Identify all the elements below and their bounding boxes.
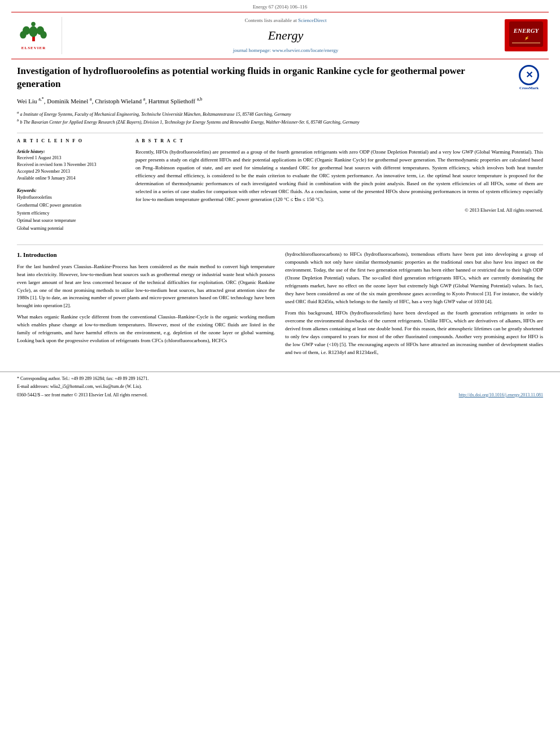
- svg-point-6: [31, 21, 36, 26]
- energy-logo-box: ENERGY ⚡: [505, 19, 548, 51]
- body-left-col: 1. Introduction For the last hundred yea…: [17, 251, 275, 360]
- body-content: 1. Introduction For the last hundred yea…: [17, 251, 543, 360]
- sciencedirect-link[interactable]: ScienceDirect: [298, 18, 326, 23]
- svg-point-5: [40, 31, 46, 38]
- article-history-block: Article history: Received 1 August 2013 …: [17, 148, 124, 182]
- homepage-link[interactable]: journal homepage: www.elsevier.com/locat…: [233, 47, 339, 53]
- sciencedirect-line: Contents lists available at ScienceDirec…: [68, 17, 504, 24]
- contents-label: Contents lists available at: [245, 18, 297, 23]
- keyword-3: System efficiency: [17, 209, 124, 217]
- received-revised-label: Received in revised form 3 November 2013: [17, 161, 124, 168]
- right-para-2: From this background, HFOs (hydrofluoroo…: [285, 309, 543, 357]
- page: Energy 67 (2014) 106–116 ELSEVIER: [0, 0, 560, 747]
- accepted-date: Accepted 29 November 2013: [17, 168, 124, 175]
- journal-center: Contents lists available at ScienceDirec…: [68, 17, 504, 54]
- section1-title: 1. Introduction: [17, 251, 275, 259]
- body-left-text: For the last hundred years Clausius–Rank…: [17, 263, 275, 345]
- divider-2: [17, 244, 543, 245]
- doi-link[interactable]: http://dx.doi.org/10.1016/j.energy.2013.…: [459, 392, 543, 398]
- keyword-1: Hydrofluoroolefins: [17, 194, 124, 202]
- copyright: © 2013 Elsevier Ltd. All rights reserved…: [135, 207, 543, 214]
- journal-header: ELSEVIER Contents lists available at Sci…: [11, 12, 549, 59]
- journal-name: Energy: [68, 27, 504, 45]
- authors-line: Wei Liu a,*, Dominik Meinel a, Christoph…: [17, 96, 543, 106]
- crossmark-badge: ✕ CrossMark: [515, 65, 543, 91]
- available-date: Available online 9 January 2014: [17, 175, 124, 182]
- body-right-text: (hydrochlorofluorocarbons) to HFCs (hydr…: [285, 251, 543, 356]
- svg-rect-7: [32, 26, 35, 30]
- keyword-2: Geothermal ORC power generation: [17, 202, 124, 209]
- intro-para-1: For the last hundred years Clausius–Rank…: [17, 263, 275, 311]
- issn-bar: 0360-5442/$ – see front matter © 2013 El…: [17, 392, 543, 398]
- crossmark-label: CrossMark: [515, 86, 543, 91]
- keyword-5: Global warming potential: [17, 225, 124, 233]
- article-info-header: A R T I C L E I N F O: [17, 138, 124, 144]
- crossmark-icon: ✕: [526, 69, 533, 81]
- journal-homepage: journal homepage: www.elsevier.com/locat…: [68, 47, 504, 54]
- crossmark-circle: ✕: [519, 65, 539, 85]
- article-reference: Energy 67 (2014) 106–116: [253, 4, 308, 10]
- email-footnote: E-mail addresses: wliu2_i5@hotmail.com, …: [17, 383, 543, 390]
- main-content: Investigation of hydrofluoroolefins as p…: [0, 59, 560, 366]
- energy-logo: ENERGY ⚡: [504, 17, 549, 54]
- elsevier-logo: ELSEVIER: [11, 17, 62, 54]
- article-title: Investigation of hydrofluoroolefins as p…: [17, 65, 465, 89]
- keyword-4: Optimal heat source temperature: [17, 217, 124, 225]
- affil-a: a a Institute of Energy Systems, Faculty…: [17, 110, 543, 118]
- affiliations-block: a a Institute of Energy Systems, Faculty…: [17, 110, 543, 126]
- article-history-label: Article history:: [17, 148, 124, 155]
- article-ref-bar: Energy 67 (2014) 106–116: [0, 0, 560, 12]
- svg-text:ENERGY: ENERGY: [513, 27, 540, 34]
- energy-logo-graphic: ENERGY ⚡: [509, 21, 543, 47]
- keywords-block: Keywords: Hydrofluoroolefins Geothermal …: [17, 187, 124, 232]
- info-abstract-cols: A R T I C L E I N F O Article history: R…: [17, 138, 543, 238]
- received-date: Received 1 August 2013: [17, 155, 124, 161]
- footer: * Corresponding author. Tel.: +49 89 289…: [0, 372, 560, 399]
- abstract-text: Recently, HFOs (hydrofluoroolefins) are …: [135, 148, 543, 204]
- elsevier-brand-label: ELSEVIER: [18, 46, 49, 51]
- affil-b: b b The Bavarian Center for Applied Ener…: [17, 117, 543, 126]
- right-para-1: (hydrochlorofluorocarbons) to HFCs (hydr…: [285, 251, 543, 306]
- intro-para-2: What makes organic Rankine cycle differe…: [17, 313, 275, 345]
- issn-text: 0360-5442/$ – see front matter © 2013 El…: [17, 392, 148, 398]
- article-title-block: Investigation of hydrofluoroolefins as p…: [17, 65, 543, 91]
- authors-text: Wei Liu a,*, Dominik Meinel a, Christoph…: [17, 98, 202, 104]
- elsevier-tree-icon: [18, 20, 49, 42]
- svg-point-4: [20, 31, 26, 38]
- abstract-header: A B S T R A C T: [135, 138, 543, 144]
- article-info-col: A R T I C L E I N F O Article history: R…: [17, 138, 124, 238]
- abstract-col: A B S T R A C T Recently, HFOs (hydroflu…: [135, 138, 543, 238]
- body-right-col: (hydrochlorofluorocarbons) to HFCs (hydr…: [285, 251, 543, 360]
- keywords-label: Keywords:: [17, 187, 124, 194]
- right-para-2-rest: this background, HFOs (hydrofluoroolefin…: [285, 310, 543, 355]
- corresponding-author-footnote: * Corresponding author. Tel.: +49 89 289…: [17, 375, 543, 382]
- divider-1: [17, 133, 543, 133]
